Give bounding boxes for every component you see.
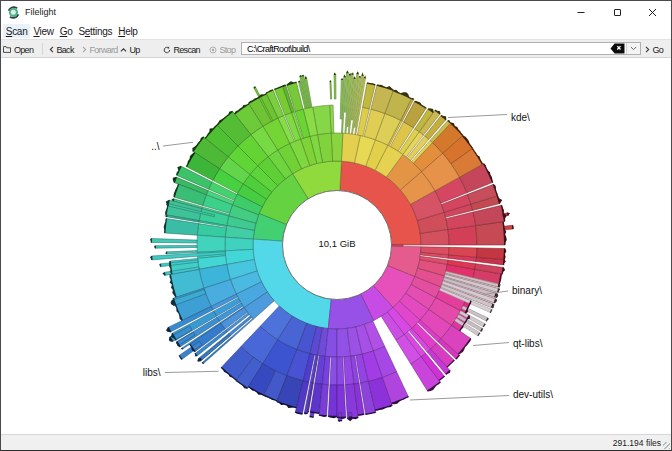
menu-help[interactable]: Help [115,24,140,38]
back-button[interactable]: Back [49,40,74,59]
segment-fringe [330,80,331,82]
resize-grip[interactable] [663,442,670,449]
map-segment[interactable] [225,237,253,251]
map-segment[interactable] [151,239,197,244]
rescan-label: Rescan [174,45,200,55]
filelight-window: Filelight ScanViewGoSettingsHelp OpenBac… [0,0,672,451]
segment-fringe [503,260,506,265]
window-title: Filelight [25,7,56,17]
segment-fringe [341,78,343,80]
dir-label: ..\ [151,141,160,152]
chevron-down-icon [630,46,637,51]
close-button[interactable] [634,1,671,23]
segment-fringe [352,72,354,75]
label-line [448,115,507,118]
segment-fringe [150,256,153,260]
forward-label: Forward [90,45,118,55]
segment-fringe [362,72,364,76]
dir-label: qt-libs\ [513,338,543,349]
minimize-icon [577,8,585,17]
clear-location-icon[interactable] [610,43,625,54]
map-segment[interactable] [330,357,337,385]
segment-fringe [159,264,161,267]
map-segment[interactable] [337,357,344,385]
map-segment[interactable] [331,133,343,161]
menu-go[interactable]: Go [57,24,76,38]
stop-label: Stop [220,45,236,55]
filelight-app-icon [7,6,20,19]
go-icon [645,46,650,53]
segment-fringe [166,252,168,254]
center-size-label: 10,1 GiB [319,238,356,249]
radial-map[interactable]: 10,1 GiBkde\..\binary\qt-libs\dev-utils\… [1,58,671,434]
back-label: Back [57,45,74,55]
title-bar[interactable]: Filelight [1,1,671,23]
segment-fringe [347,70,349,73]
forward-icon [82,46,87,53]
segment-fringe [328,416,337,419]
file-count: 291.194 files [613,438,661,448]
map-segment[interactable] [328,385,337,417]
label-line [473,343,509,346]
go-button[interactable]: Go [645,40,664,59]
segment-fringe [308,411,309,414]
label-line [165,371,219,372]
rescan-button[interactable]: Rescan [163,40,200,59]
main-view: 10,1 GiBkde\..\binary\qt-libs\dev-utils\… [1,58,671,434]
segment-fringe [338,420,342,422]
up-label: Up [130,45,140,55]
stop-icon [209,46,217,54]
rescan-icon [163,46,171,54]
map-segment[interactable] [330,81,332,99]
segment-fringe [354,76,356,79]
stop-button[interactable]: Stop [209,40,236,59]
label-line [410,396,509,401]
segment-fringe [305,75,307,79]
segment-fringe [150,239,152,243]
map-segment[interactable] [334,74,336,99]
dir-label: libs\ [143,367,161,378]
segment-fringe [364,75,366,78]
menu-settings[interactable]: Settings [75,24,115,38]
segment-fringe [349,73,351,76]
location-bar[interactable]: C:\CraftRoot\build\ [241,42,641,55]
back-icon [49,46,54,53]
status-bar: 291.194 files [1,434,671,450]
menu-bar: ScanViewGoSettingsHelp [1,23,671,39]
dir-label: dev-utils\ [513,389,553,400]
go-label: Go [653,45,664,55]
open-button[interactable]: Open [3,40,33,59]
segment-fringe [507,213,510,216]
label-line [163,142,193,146]
up-icon [120,47,127,53]
segment-fringe [154,246,156,249]
segment-fringe [300,75,302,77]
toolbar-separator [42,43,43,55]
segment-fringe [334,72,336,75]
location-input[interactable]: C:\CraftRoot\build\ [242,44,610,54]
folder-icon [3,46,11,53]
minimize-button[interactable] [562,1,599,23]
segment-fringe [344,74,346,77]
forward-button[interactable]: Forward [82,40,118,59]
dir-label: binary\ [512,285,542,296]
dir-label: kde\ [511,112,530,123]
maximize-icon [613,8,622,17]
map-segment[interactable] [197,235,225,252]
up-button[interactable]: Up [120,40,140,59]
location-dropdown[interactable] [626,43,640,54]
toolbar: OpenBackForwardUpRescanStopC:\CraftRoot\… [1,39,671,58]
close-icon [648,8,657,17]
open-label: Open [14,45,33,55]
map-segment[interactable] [155,245,197,248]
segment-fringe [357,71,359,74]
maximize-button[interactable] [599,1,636,23]
segment-fringe [164,215,167,217]
menu-scan[interactable]: Scan [3,24,31,38]
map-segment[interactable] [504,225,513,230]
menu-view[interactable]: View [30,24,56,38]
segment-fringe [162,272,165,275]
